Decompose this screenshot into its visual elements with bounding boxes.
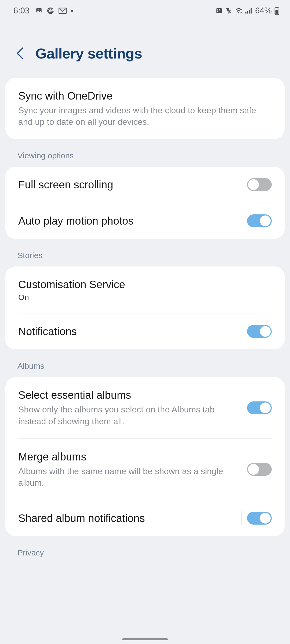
google-icon: [47, 7, 54, 14]
merge-albums-toggle[interactable]: [247, 463, 272, 476]
select-albums-item[interactable]: Select essential albums Show only the al…: [5, 377, 285, 438]
customisation-title: Customisation Service: [18, 278, 272, 291]
battery-icon: [274, 7, 279, 15]
viewing-card: Full screen scrolling Auto play motion p…: [5, 167, 285, 239]
more-dot-icon: [71, 10, 73, 12]
customisation-item[interactable]: Customisation Service On: [5, 266, 285, 313]
status-bar: 6:03 64%: [0, 0, 290, 18]
svg-rect-8: [247, 11, 248, 13]
svg-rect-4: [217, 9, 218, 10]
signal-icon: [245, 8, 252, 14]
notifications-toggle[interactable]: [247, 325, 272, 338]
viewing-section-header: Viewing options: [0, 139, 290, 167]
wifi-icon: [235, 8, 243, 14]
page-header: Gallery settings: [0, 18, 290, 78]
svg-point-1: [38, 9, 39, 10]
app-icon: [216, 8, 222, 14]
page-title: Gallery settings: [35, 45, 142, 62]
status-time: 6:03: [13, 6, 30, 16]
shared-notif-toggle[interactable]: [247, 512, 272, 525]
gmail-icon: [59, 8, 67, 14]
notifications-item[interactable]: Notifications: [18, 313, 272, 349]
select-albums-desc: Show only the albums you select on the A…: [18, 404, 239, 427]
svg-rect-10: [251, 8, 252, 14]
fullscreen-title: Full screen scrolling: [18, 178, 239, 191]
home-indicator[interactable]: [122, 638, 168, 640]
svg-rect-9: [249, 10, 250, 13]
svg-rect-2: [59, 8, 67, 13]
autoplay-item[interactable]: Auto play motion photos: [18, 203, 272, 239]
shared-notif-item[interactable]: Shared album notifications: [18, 500, 272, 536]
svg-rect-7: [245, 12, 247, 13]
fullscreen-toggle[interactable]: [247, 178, 272, 191]
status-right: 64%: [216, 6, 279, 16]
customisation-status: On: [18, 293, 272, 302]
svg-rect-12: [276, 7, 278, 8]
battery-percent: 64%: [255, 6, 272, 16]
stories-section-header: Stories: [0, 239, 290, 266]
albums-section-header: Albums: [0, 349, 290, 377]
sync-card: Sync with OneDrive Sync your images and …: [5, 78, 285, 139]
stories-card: Customisation Service On Notifications: [5, 266, 285, 349]
merge-albums-desc: Albums with the same name will be shown …: [18, 466, 239, 489]
albums-card: Select essential albums Show only the al…: [5, 377, 285, 536]
back-button[interactable]: [16, 47, 24, 60]
merge-albums-title: Merge albums: [18, 450, 239, 463]
sync-title: Sync with OneDrive: [18, 89, 272, 103]
vibrate-icon: [225, 7, 232, 14]
status-left: 6:03: [13, 6, 73, 16]
sync-onedrive-item[interactable]: Sync with OneDrive Sync your images and …: [5, 78, 285, 139]
svg-rect-6: [219, 9, 220, 10]
select-albums-title: Select essential albums: [18, 388, 239, 402]
autoplay-title: Auto play motion photos: [18, 214, 239, 228]
autoplay-toggle[interactable]: [247, 214, 272, 227]
privacy-section-header: Privacy: [0, 536, 290, 564]
fullscreen-scrolling-item[interactable]: Full screen scrolling: [5, 167, 285, 203]
svg-rect-5: [217, 11, 218, 12]
photo-icon: [35, 7, 42, 14]
notifications-title: Notifications: [18, 325, 239, 338]
merge-albums-item[interactable]: Merge albums Albums with the same name w…: [18, 438, 272, 500]
svg-rect-3: [216, 8, 222, 13]
svg-rect-13: [276, 10, 278, 14]
sync-desc: Sync your images and videos with the clo…: [18, 105, 272, 128]
shared-notif-title: Shared album notifications: [18, 511, 239, 525]
select-albums-toggle[interactable]: [247, 401, 272, 414]
